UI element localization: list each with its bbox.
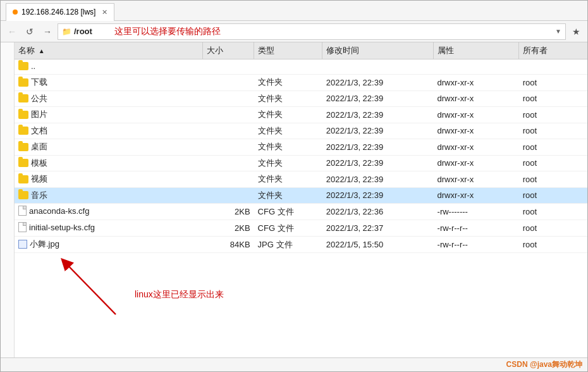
cell-type: 文件夹: [254, 90, 322, 107]
table-row[interactable]: anaconda-ks.cfg2KBCFG 文件2022/1/3, 22:36-…: [15, 204, 587, 220]
cell-size: 84KB: [202, 237, 254, 253]
svg-line-0: [65, 263, 116, 314]
cell-owner: root: [519, 171, 587, 188]
col-header-type[interactable]: 类型: [254, 42, 322, 59]
table-header-row: 名称 ▲ 大小 类型 修改时间 属性 所有者: [15, 42, 587, 59]
file-name-label: 图片: [31, 109, 47, 120]
table-row[interactable]: 桌面文件夹2022/1/3, 22:39drwxr-xr-xroot: [15, 139, 587, 156]
folder-icon: [18, 111, 28, 119]
main-content: 名称 ▲ 大小 类型 修改时间 属性 所有者 ..下载文件夹2022/1/3, …: [1, 42, 587, 357]
cell-name: 图片: [15, 107, 202, 123]
cell-perms: -rw-r--r--: [434, 237, 519, 253]
file-name-label: 文档: [31, 125, 47, 137]
address-folder-icon: 📁: [62, 27, 71, 36]
cell-size: [202, 75, 254, 91]
cell-owner: [519, 59, 587, 75]
file-table: 名称 ▲ 大小 类型 修改时间 属性 所有者 ..下载文件夹2022/1/3, …: [15, 42, 587, 253]
sort-arrow-name: ▲: [39, 47, 45, 54]
file-name-label: initial-setup-ks.cfg: [29, 223, 95, 232]
cell-perms: drwxr-xr-x: [434, 171, 519, 188]
cell-type: CFG 文件: [254, 204, 322, 220]
col-header-size[interactable]: 大小: [202, 42, 254, 59]
file-name-label: 桌面: [31, 141, 47, 152]
cell-type: 文件夹: [254, 75, 322, 91]
cell-name: initial-setup-ks.cfg: [15, 220, 202, 237]
col-header-modified[interactable]: 修改时间: [322, 42, 434, 59]
forward-button[interactable]: →: [40, 24, 55, 39]
image-icon: [18, 240, 27, 249]
file-name-label: 下载: [31, 77, 47, 88]
table-row[interactable]: 模板文件夹2022/1/3, 22:39drwxr-xr-xroot: [15, 155, 587, 171]
cell-owner: root: [519, 123, 587, 139]
address-path: /root: [74, 27, 112, 36]
cell-type: 文件夹: [254, 123, 322, 139]
cell-modified: 2022/1/3, 22:36: [322, 204, 434, 220]
cell-name: 公共: [15, 90, 202, 107]
cell-size: [202, 139, 254, 156]
refresh-button[interactable]: ↺: [22, 24, 37, 39]
cell-owner: root: [519, 204, 587, 220]
cell-modified: 2022/1/5, 15:50: [322, 237, 434, 253]
cell-name: 音乐: [15, 187, 202, 204]
address-bar[interactable]: 📁 /root 这里可以选择要传输的路径 ▼: [58, 23, 566, 40]
cell-modified: 2022/1/3, 22:39: [322, 75, 434, 91]
cell-type: 文件夹: [254, 171, 322, 188]
cell-perms: -rw-------: [434, 204, 519, 220]
table-row[interactable]: 音乐文件夹2022/1/3, 22:39drwxr-xr-xroot: [15, 187, 587, 204]
col-header-name[interactable]: 名称 ▲: [15, 42, 202, 59]
cell-modified: 2022/1/3, 22:39: [322, 123, 434, 139]
cell-owner: root: [519, 139, 587, 156]
title-tab[interactable]: 192.168.246.128 [lws] ✕: [6, 3, 114, 21]
col-header-perms[interactable]: 属性: [434, 42, 519, 59]
table-row[interactable]: 图片文件夹2022/1/3, 22:39drwxr-xr-xroot: [15, 107, 587, 123]
table-row[interactable]: 公共文件夹2022/1/3, 22:39drwxr-xr-xroot: [15, 90, 587, 107]
table-row[interactable]: 小舞.jpg84KBJPG 文件2022/1/5, 15:50-rw-r--r-…: [15, 237, 587, 253]
annotation-text-linux: linux这里已经显示出来: [135, 289, 224, 301]
bookmark-button[interactable]: ★: [568, 24, 584, 39]
cell-type: 文件夹: [254, 107, 322, 123]
file-name-label: 视频: [31, 173, 47, 185]
tab-close-button[interactable]: ✕: [102, 8, 107, 16]
cell-size: [202, 59, 254, 75]
table-row[interactable]: 文档文件夹2022/1/3, 22:39drwxr-xr-xroot: [15, 123, 587, 139]
cell-size: [202, 90, 254, 107]
cell-size: [202, 123, 254, 139]
cell-name: 模板: [15, 155, 202, 171]
cell-owner: root: [519, 187, 587, 204]
sidebar: [1, 42, 15, 357]
file-area[interactable]: 名称 ▲ 大小 类型 修改时间 属性 所有者 ..下载文件夹2022/1/3, …: [15, 42, 587, 253]
table-row[interactable]: 下载文件夹2022/1/3, 22:39drwxr-xr-xroot: [15, 75, 587, 91]
title-bar: 192.168.246.128 [lws] ✕: [1, 1, 587, 21]
folder-icon: [18, 94, 28, 102]
table-row[interactable]: 视频文件夹2022/1/3, 22:39drwxr-xr-xroot: [15, 171, 587, 188]
table-row[interactable]: ..: [15, 59, 587, 75]
cell-name: 桌面: [15, 139, 202, 156]
cell-size: [202, 171, 254, 188]
cell-size: [202, 107, 254, 123]
cell-perms: [434, 59, 519, 75]
cell-perms: -rw-r--r--: [434, 220, 519, 237]
cell-size: [202, 187, 254, 204]
file-name-label: anaconda-ks.cfg: [29, 206, 89, 216]
table-row[interactable]: initial-setup-ks.cfg2KBCFG 文件2022/1/3, 2…: [15, 220, 587, 237]
cell-owner: root: [519, 75, 587, 91]
folder-icon: [18, 62, 28, 70]
status-bar: CSDN @java舞动乾坤: [1, 357, 587, 371]
cell-owner: root: [519, 220, 587, 237]
col-header-owner[interactable]: 所有者: [519, 42, 587, 59]
cell-modified: 2022/1/3, 22:37: [322, 220, 434, 237]
folder-icon: [18, 127, 28, 135]
cell-owner: root: [519, 155, 587, 171]
cell-perms: drwxr-xr-x: [434, 139, 519, 156]
cell-name: 文档: [15, 123, 202, 139]
cell-owner: root: [519, 107, 587, 123]
file-icon: [18, 222, 27, 232]
tab-status-dot: [13, 9, 18, 15]
cell-type: 文件夹: [254, 139, 322, 156]
cell-modified: 2022/1/3, 22:39: [322, 187, 434, 204]
folder-icon: [18, 159, 28, 167]
address-dropdown-icon[interactable]: ▼: [555, 28, 561, 35]
back-button[interactable]: ←: [4, 24, 20, 39]
cell-perms: drwxr-xr-x: [434, 123, 519, 139]
cell-size: 2KB: [202, 204, 254, 220]
